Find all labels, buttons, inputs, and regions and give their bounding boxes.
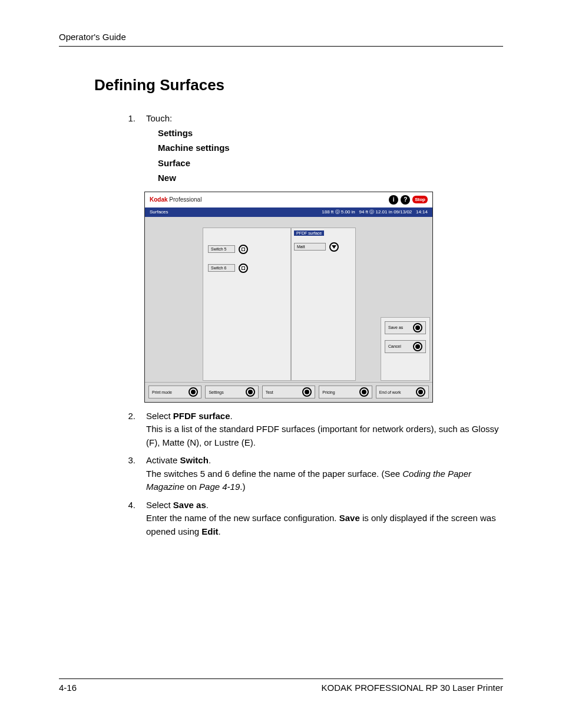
switch5-toggle[interactable] xyxy=(239,245,248,254)
step3-line1b: Switch xyxy=(180,455,209,465)
step3-line2d: Page 4-19 xyxy=(199,482,240,492)
brand-kodak: Kodak xyxy=(150,196,168,203)
touch-item-new: New xyxy=(158,170,503,186)
save-as-button[interactable]: Save as xyxy=(385,321,426,334)
end-of-work-button[interactable]: End of work xyxy=(376,386,429,398)
section-title: Defining Surfaces xyxy=(94,76,503,94)
brand-professional: Professional xyxy=(168,196,202,203)
step3-line2e: .) xyxy=(240,482,245,492)
end-of-work-label: End of work xyxy=(379,390,401,394)
touch-item-settings: Settings xyxy=(158,126,503,141)
step4-line2d: Edit xyxy=(201,526,218,536)
switch6-label: Switch 6 xyxy=(208,264,235,272)
page-header: Operator's Guide xyxy=(59,32,126,42)
pfdf-surface-value: Matt xyxy=(294,243,326,251)
step4-line2a: Enter the name of the new surface config… xyxy=(146,513,339,523)
step4-line2e: . xyxy=(219,526,221,536)
pricing-button[interactable]: Pricing xyxy=(319,386,372,398)
step-4: 4. Select Save as. Enter the name of the… xyxy=(124,499,503,539)
step3-line1c: . xyxy=(209,455,211,465)
test-button[interactable]: Test xyxy=(262,386,315,398)
touch-item-surface: Surface xyxy=(158,156,503,171)
step3-line1a: Activate xyxy=(146,455,180,465)
step1-lead: Touch: xyxy=(146,112,503,126)
step-3: 3. Activate Switch. The switches 5 and 6… xyxy=(124,454,503,494)
step3-line2c: on xyxy=(184,482,199,492)
print-mode-button[interactable]: Print mode xyxy=(148,386,201,398)
step-number: 4. xyxy=(124,499,135,539)
left-panel: Switch 5 Switch 6 xyxy=(203,228,291,381)
footer-product-name: KODAK PROFESSIONAL RP 30 Laser Printer xyxy=(322,683,503,693)
stop-button[interactable]: Stop xyxy=(412,196,428,203)
step2-line2: This is a list of the standard PFDF surf… xyxy=(146,423,503,449)
status-bar: 188 ft ⓪ 5.00 in 94 ft ⓪ 12.01 in 09/13/… xyxy=(322,209,428,215)
step-number: 3. xyxy=(124,454,135,494)
cancel-label: Cancel xyxy=(388,344,401,348)
touch-item-machine-settings: Machine settings xyxy=(158,140,503,156)
status-time: 14:14 xyxy=(416,209,428,215)
right-panel: Save as Cancel xyxy=(381,317,430,381)
status-1: 188 ft ⓪ 5.00 in xyxy=(322,209,355,215)
step2-line1a: Select xyxy=(146,411,173,421)
middle-panel: PFDF surface Matt xyxy=(291,228,356,381)
info-icon[interactable]: i xyxy=(389,195,398,205)
settings-label: Settings xyxy=(209,390,223,394)
settings-button[interactable]: Settings xyxy=(205,386,258,398)
step4-line1c: . xyxy=(206,500,209,510)
step4-line2b: Save xyxy=(339,513,360,523)
step-2: 2. Select PFDF surface. This is a list o… xyxy=(124,410,503,450)
brand-logo: Kodak Professional xyxy=(150,196,201,203)
test-label: Test xyxy=(266,390,273,394)
page-number: 4-16 xyxy=(59,683,77,693)
step2-line1b: PFDF surface xyxy=(173,411,230,421)
pricing-label: Pricing xyxy=(322,390,335,394)
step4-line1b: Save as xyxy=(173,500,206,510)
switch6-toggle[interactable] xyxy=(239,263,248,273)
ui-screenshot: Kodak Professional i ? Stop Surfaces 188… xyxy=(144,192,433,403)
help-icon[interactable]: ? xyxy=(401,195,410,205)
cancel-button[interactable]: Cancel xyxy=(385,340,426,353)
step-1: 1. Touch: Settings Machine settings Surf… xyxy=(124,112,503,186)
status-2: 94 ft ⓪ 12.01 in 09/13/02 xyxy=(359,209,412,215)
print-mode-label: Print mode xyxy=(152,390,172,394)
step-number: 1. xyxy=(124,112,135,186)
step-number: 2. xyxy=(124,410,135,450)
screen-title: Surfaces xyxy=(150,209,168,215)
save-as-label: Save as xyxy=(388,325,403,330)
step2-line1c: . xyxy=(230,411,233,421)
pfdf-surface-header: PFDF surface xyxy=(294,230,324,236)
step3-line2a: The switches 5 and 6 define the name of … xyxy=(146,469,402,479)
switch5-label: Switch 5 xyxy=(208,245,235,253)
step4-line1a: Select xyxy=(146,500,173,510)
pfdf-dropdown-button[interactable] xyxy=(329,242,339,252)
